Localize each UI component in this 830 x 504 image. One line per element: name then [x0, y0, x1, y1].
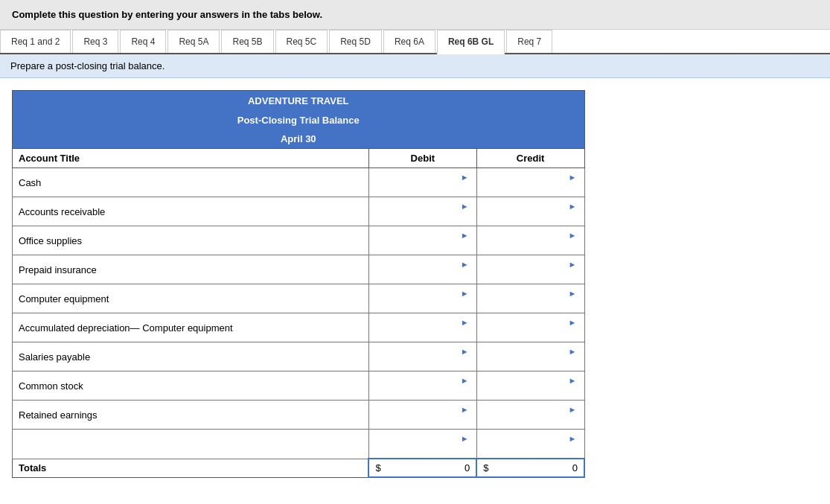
table-date: April 30: [13, 130, 585, 149]
debit-cell[interactable]: ►: [368, 401, 476, 430]
totals-credit[interactable]: $: [476, 459, 584, 477]
table-row: Accounts receivable ► ►: [13, 197, 585, 226]
totals-debit[interactable]: $: [368, 459, 476, 477]
tab-req-6a[interactable]: Req 6A: [383, 30, 435, 53]
tab-req-1-2[interactable]: Req 1 and 2: [0, 30, 71, 53]
debit-cell[interactable]: ►: [368, 371, 476, 401]
table-row: Salaries payable ► ►: [13, 342, 585, 371]
tab-req-6b-gl[interactable]: Req 6B GL: [437, 30, 505, 54]
credit-arrow: ►: [569, 318, 577, 327]
debit-cell[interactable]: ►: [368, 197, 476, 226]
column-headers: Account Title Debit Credit: [13, 149, 585, 168]
debit-arrow: ►: [461, 202, 469, 211]
tabs-bar: Req 1 and 2 Req 3 Req 4 Req 5A Req 5B Re…: [0, 30, 830, 54]
credit-input[interactable]: [483, 357, 578, 368]
account-name: Prepaid insurance: [13, 255, 369, 284]
debit-input[interactable]: [375, 240, 470, 252]
credit-cell[interactable]: ►: [476, 342, 584, 371]
totals-debit-input[interactable]: [395, 462, 470, 473]
account-name: Computer equipment: [13, 284, 369, 313]
credit-cell[interactable]: ►: [476, 284, 584, 313]
col-debit-header: Debit: [368, 149, 476, 168]
account-name: Common stock: [13, 371, 369, 401]
section-header: Prepare a post-closing trial balance.: [0, 54, 830, 78]
credit-arrow: ►: [569, 231, 577, 240]
credit-arrow: ►: [569, 260, 577, 269]
credit-cell[interactable]: ►: [476, 430, 584, 459]
account-name: Accounts receivable: [13, 197, 369, 226]
table-row: Common stock ► ►: [13, 371, 585, 401]
debit-arrow: ►: [461, 434, 469, 443]
debit-input[interactable]: [375, 211, 470, 223]
credit-cell[interactable]: ►: [476, 313, 584, 342]
debit-arrow: ►: [461, 347, 469, 356]
col-account-header: Account Title: [13, 149, 369, 168]
debit-cell[interactable]: ►: [368, 284, 476, 313]
credit-arrow: ►: [569, 376, 577, 385]
credit-input[interactable]: [483, 182, 578, 194]
table-row: Office supplies ► ►: [13, 226, 585, 255]
credit-input[interactable]: [483, 269, 578, 281]
account-name: Accumulated depreciation— Computer equip…: [13, 313, 369, 342]
debit-cell[interactable]: ►: [368, 342, 476, 371]
credit-cell[interactable]: ►: [476, 371, 584, 401]
company-name: ADVENTURE TRAVEL: [13, 91, 585, 112]
credit-arrow: ►: [569, 405, 577, 414]
tab-req-5a[interactable]: Req 5A: [167, 30, 220, 53]
credit-cell[interactable]: ►: [476, 226, 584, 255]
credit-cell[interactable]: ►: [476, 197, 584, 226]
debit-input[interactable]: [375, 415, 470, 426]
table-title: Post-Closing Trial Balance: [13, 111, 585, 130]
debit-arrow: ►: [461, 260, 469, 269]
tab-req-5c[interactable]: Req 5C: [275, 30, 328, 53]
debit-input[interactable]: [375, 357, 470, 368]
tab-req-4[interactable]: Req 4: [120, 30, 166, 53]
tab-req-3[interactable]: Req 3: [72, 30, 118, 53]
account-name: Cash: [13, 168, 369, 197]
credit-arrow: ►: [569, 434, 577, 443]
tab-req-5b[interactable]: Req 5B: [221, 30, 273, 53]
credit-arrow: ►: [569, 173, 577, 182]
tab-req-7[interactable]: Req 7: [506, 30, 552, 53]
totals-debit-symbol: $: [375, 462, 380, 473]
credit-input[interactable]: [483, 444, 578, 455]
credit-cell[interactable]: ►: [476, 401, 584, 430]
credit-input[interactable]: [483, 386, 578, 397]
debit-input[interactable]: [375, 269, 470, 281]
content-area: ADVENTURE TRAVEL Post-Closing Trial Bala…: [0, 78, 830, 490]
debit-cell[interactable]: ►: [368, 168, 476, 197]
debit-input[interactable]: [375, 328, 470, 339]
totals-credit-input[interactable]: [502, 462, 578, 473]
debit-cell[interactable]: ►: [368, 313, 476, 342]
credit-input[interactable]: [483, 211, 578, 223]
col-credit-header: Credit: [476, 149, 584, 168]
account-name: [13, 430, 369, 459]
credit-input[interactable]: [483, 415, 578, 426]
debit-arrow: ►: [461, 289, 469, 298]
debit-arrow: ►: [461, 231, 469, 240]
debit-input[interactable]: [375, 444, 470, 455]
debit-input[interactable]: [375, 299, 470, 310]
debit-arrow: ►: [461, 173, 469, 182]
credit-cell[interactable]: ►: [476, 168, 584, 197]
credit-arrow: ►: [569, 289, 577, 298]
table-row: Retained earnings ► ►: [13, 401, 585, 430]
account-name: Office supplies: [13, 226, 369, 255]
totals-credit-symbol: $: [483, 462, 488, 473]
debit-arrow: ►: [461, 318, 469, 327]
credit-cell[interactable]: ►: [476, 255, 584, 284]
tab-req-5d[interactable]: Req 5D: [329, 30, 382, 53]
credit-input[interactable]: [483, 328, 578, 339]
table-row: Accumulated depreciation— Computer equip…: [13, 313, 585, 342]
totals-label: Totals: [13, 459, 369, 477]
table-row: Cash ► ►: [13, 168, 585, 197]
credit-input[interactable]: [483, 240, 578, 252]
debit-cell[interactable]: ►: [368, 255, 476, 284]
debit-cell[interactable]: ►: [368, 226, 476, 255]
debit-input[interactable]: [375, 182, 470, 194]
account-name: Retained earnings: [13, 401, 369, 430]
credit-input[interactable]: [483, 299, 578, 310]
debit-input[interactable]: [375, 386, 470, 397]
debit-cell[interactable]: ►: [368, 430, 476, 459]
credit-arrow: ►: [569, 202, 577, 211]
